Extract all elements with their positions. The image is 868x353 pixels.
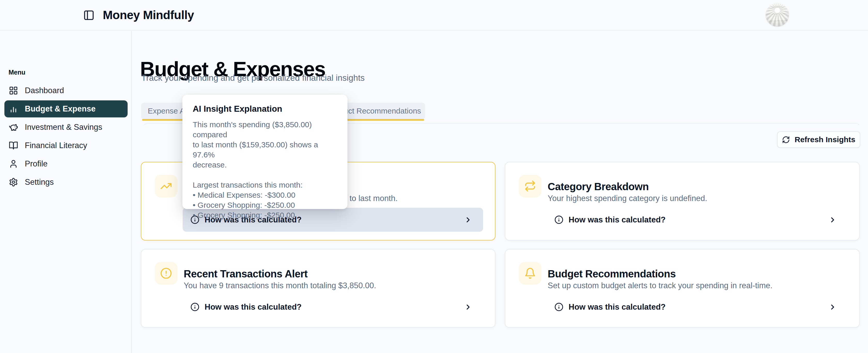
info-icon	[190, 303, 199, 312]
refresh-insights-button[interactable]: Refresh Insights	[777, 131, 860, 148]
user-icon	[9, 159, 18, 169]
card-title: Recent Transactions Alert	[184, 268, 308, 280]
bar-chart-icon	[9, 104, 18, 113]
how-calculated-button[interactable]: How was this calculated?	[547, 208, 847, 232]
how-calculated-button[interactable]: How was this calculated?	[547, 295, 847, 319]
popover-title: AI Insight Explanation	[193, 104, 337, 114]
sidebar: Menu Dashboard Budget & Expense Investme…	[0, 31, 132, 353]
sidebar-item-dashboard[interactable]: Dashboard	[4, 82, 128, 99]
app-header: Money Mindfully	[0, 0, 868, 30]
sidebar-item-label: Profile	[25, 159, 48, 169]
sidebar-menu-label: Menu	[8, 69, 25, 76]
refresh-icon	[782, 136, 790, 144]
bell-icon	[519, 262, 541, 285]
sidebar-item-investment-savings[interactable]: Investment & Savings	[4, 119, 128, 136]
panel-left-icon	[83, 9, 95, 21]
insight-card-category-breakdown: Category Breakdown Your highest spending…	[505, 162, 860, 241]
chevron-right-icon	[829, 303, 837, 311]
page: Money Mindfully Menu Dashboard Budget & …	[0, 0, 868, 353]
alert-circle-icon	[155, 262, 178, 285]
sidebar-item-label: Settings	[25, 178, 54, 187]
popover-body: This month's spending ($3,850.00) compar…	[193, 119, 337, 220]
insight-card-budget-recommendations: Budget Recommendations Set up custom bud…	[505, 249, 860, 328]
card-title: Category Breakdown	[548, 181, 649, 192]
sidebar-item-label: Investment & Savings	[25, 122, 102, 132]
card-description: You have 9 transactions this month total…	[184, 281, 376, 290]
repeat-icon	[519, 175, 541, 198]
sidebar-item-budget-expense[interactable]: Budget & Expense	[4, 100, 128, 117]
how-calculated-label: How was this calculated?	[568, 303, 666, 312]
info-icon	[554, 303, 563, 312]
how-calculated-label: How was this calculated?	[205, 303, 302, 312]
chevron-right-icon	[464, 303, 472, 311]
how-calculated-label: How was this calculated?	[568, 215, 666, 224]
sidebar-item-label: Financial Literacy	[25, 141, 87, 150]
piggy-bank-icon	[9, 122, 18, 132]
sidebar-toggle-button[interactable]	[83, 9, 95, 21]
avatar[interactable]	[766, 3, 789, 27]
card-description: Set up custom budget alerts to track you…	[548, 281, 772, 290]
how-calculated-button[interactable]: How was this calculated?	[183, 295, 483, 319]
app-title: Money Mindfully	[103, 8, 194, 22]
sidebar-item-profile[interactable]: Profile	[4, 155, 128, 172]
card-description: to last month.	[349, 194, 398, 203]
refresh-insights-label: Refresh Insights	[795, 135, 855, 144]
sidebar-item-label: Budget & Expense	[25, 104, 96, 113]
sidebar-item-label: Dashboard	[25, 86, 64, 95]
gear-icon	[9, 178, 18, 187]
sidebar-item-settings[interactable]: Settings	[4, 174, 128, 191]
trending-up-icon	[155, 175, 178, 198]
card-description: Your highest spending category is undefi…	[548, 194, 707, 203]
page-subtitle: Track your spending and get personalized…	[141, 73, 365, 83]
insight-card-recent-transactions: Recent Transactions Alert You have 9 tra…	[141, 249, 495, 328]
info-icon	[554, 215, 563, 224]
chevron-right-icon	[464, 216, 472, 224]
chevron-right-icon	[829, 216, 837, 224]
sidebar-item-financial-literacy[interactable]: Financial Literacy	[4, 137, 128, 154]
ai-insight-popover: AI Insight Explanation This month's spen…	[182, 95, 347, 209]
open-book-icon	[9, 141, 18, 150]
dashboard-grid-icon	[9, 86, 18, 95]
card-title: Budget Recommendations	[548, 268, 676, 280]
